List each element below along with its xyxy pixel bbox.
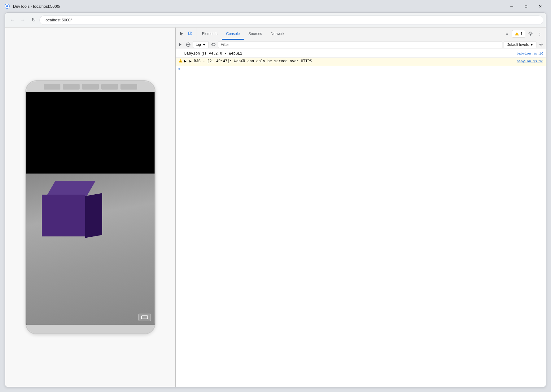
console-settings-button[interactable] (538, 41, 544, 48)
svg-text:!: ! (517, 33, 517, 35)
message-source-webxr[interactable]: babylon.js:16 (517, 59, 543, 64)
console-message-webxr: ! ▶ ▶ BJS - [21:49:47]: WebXR can only b… (176, 58, 546, 66)
close-button[interactable]: ✕ (533, 1, 547, 11)
speaker-slot (63, 84, 80, 90)
expand-arrow-icon[interactable]: ▶ (184, 59, 186, 64)
content-split: Elements Console Sources Network (5, 28, 546, 387)
refresh-button[interactable]: ↻ (29, 15, 38, 25)
devtools-settings-button[interactable] (527, 30, 535, 38)
browser-main: ← → ↻ localhost:5000/ (5, 12, 546, 387)
phone-frame (25, 80, 155, 334)
devtools-more-button[interactable]: ⋮ (536, 30, 544, 38)
more-tabs-button[interactable]: » (503, 30, 511, 38)
prompt-chevron-icon: > (178, 67, 181, 72)
phone-bottom-bar (26, 325, 155, 333)
speaker-slot (44, 84, 60, 90)
vr-icon (141, 315, 148, 319)
navigation-bar: ← → ↻ localhost:5000/ (5, 13, 546, 28)
context-value: top (196, 42, 201, 47)
scene-container (26, 92, 155, 325)
warning-icon: ! (515, 32, 519, 36)
address-bar[interactable]: localhost:5000/ (39, 15, 543, 25)
device-toggle-button[interactable] (186, 30, 194, 38)
tab-console[interactable]: Console (222, 29, 244, 40)
console-no-entry-button[interactable] (185, 41, 192, 48)
speaker-slot (120, 84, 137, 90)
console-toolbar: top ▼ Default levels ▼ (176, 40, 546, 49)
svg-text:!: ! (180, 60, 181, 63)
svg-point-13 (213, 44, 214, 45)
eye-filter-button[interactable] (210, 41, 217, 48)
tab-network[interactable]: Network (266, 29, 289, 40)
back-icon: ← (10, 17, 15, 23)
context-chevron-icon: ▼ (202, 42, 206, 47)
back-button[interactable]: ← (8, 15, 17, 25)
warning-badge-button[interactable]: ! 1 (512, 30, 525, 37)
speaker-slot (101, 84, 118, 90)
title-bar: DevTools - localhost:5000/ ─ □ ✕ (0, 0, 551, 12)
play-icon (178, 42, 182, 47)
tab-sources[interactable]: Sources (244, 29, 266, 40)
devtools-left-tools (176, 28, 196, 40)
device-toggle-icon (188, 31, 193, 36)
cursor-icon (179, 31, 184, 36)
forward-button[interactable]: → (18, 15, 28, 25)
levels-chevron-icon: ▼ (530, 42, 534, 47)
svg-point-5 (190, 34, 190, 35)
context-selector[interactable]: top ▼ (193, 41, 209, 48)
svg-point-8 (530, 33, 531, 34)
forward-icon: → (20, 17, 25, 23)
warning-count: 1 (520, 32, 523, 36)
cube-face-front (42, 195, 85, 236)
vr-button[interactable] (138, 314, 151, 321)
inspect-element-button[interactable] (177, 30, 186, 38)
console-output: Babylon.js v4.2.0 - WebGL2 babylon.js:16… (176, 49, 546, 387)
settings-gear-icon (528, 31, 533, 36)
scene-ceiling (26, 92, 155, 174)
filter-input[interactable] (218, 41, 502, 48)
3d-cube (42, 181, 99, 236)
overflow-icon: » (505, 31, 508, 36)
window-controls: ─ □ ✕ (505, 1, 547, 11)
devtools-tabs: Elements Console Sources Network (196, 28, 290, 40)
cube-face-right (85, 193, 102, 238)
refresh-icon: ↻ (32, 17, 36, 23)
eye-icon (211, 42, 216, 47)
svg-point-14 (540, 44, 542, 45)
message-text-webxr: ▶ ▶ BJS - [21:49:47]: WebXR can only be … (184, 59, 514, 64)
console-message-babylon: Babylon.js v4.2.0 - WebGL2 babylon.js:16 (176, 50, 546, 58)
phone-screen (26, 92, 155, 325)
phone-speaker-bar (26, 81, 155, 92)
devtools-header: Elements Console Sources Network (176, 28, 546, 40)
log-levels-button[interactable]: Default levels ▼ (504, 41, 536, 48)
browser-window: DevTools - localhost:5000/ ─ □ ✕ ← → ↻ l… (0, 0, 551, 392)
svg-rect-4 (191, 33, 192, 35)
minimize-button[interactable]: ─ (505, 1, 519, 11)
tab-elements[interactable]: Elements (198, 29, 222, 40)
warning-msg-icon: ! (178, 59, 183, 65)
message-text-babylon: Babylon.js v4.2.0 - WebGL2 (184, 51, 514, 56)
svg-point-12 (212, 43, 215, 46)
svg-point-2 (6, 5, 8, 7)
window-title: DevTools - localhost:5000/ (13, 4, 502, 9)
console-prompt-line[interactable]: > (176, 66, 546, 73)
no-entry-icon (186, 42, 190, 47)
message-source-babylon[interactable]: babylon.js:16 (517, 51, 543, 56)
devtools-right-tools: » ! 1 (501, 28, 546, 40)
browser-viewport (5, 28, 176, 387)
chrome-logo-icon (4, 3, 11, 10)
console-gear-icon (539, 42, 543, 47)
maximize-button[interactable]: □ (519, 1, 533, 11)
console-clear-button[interactable] (177, 41, 184, 48)
more-vert-icon: ⋮ (537, 31, 542, 37)
levels-label: Default levels (506, 42, 529, 47)
devtools-panel: Elements Console Sources Network (176, 28, 546, 387)
speaker-slot (82, 84, 99, 90)
url-text: localhost:5000/ (45, 18, 72, 22)
svg-marker-9 (179, 43, 181, 46)
